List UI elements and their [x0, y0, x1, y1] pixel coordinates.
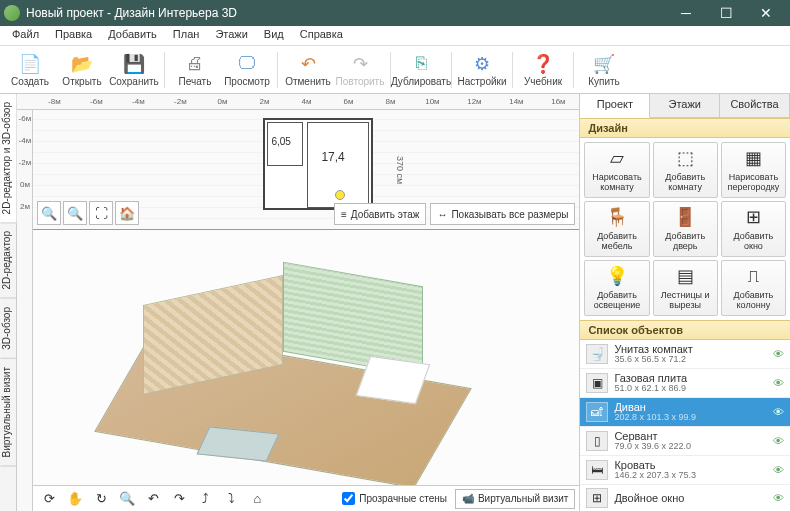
objects-list[interactable]: 🚽Унитаз компакт35.6 x 56.5 x 71.2👁▣Газов…	[580, 340, 790, 511]
add-room-button[interactable]: ⬚Добавитькомнату	[653, 142, 718, 198]
open-button[interactable]: 📂Открыть	[56, 48, 108, 92]
object-item[interactable]: ▣Газовая плита51.0 x 62.1 x 86.9👁	[580, 369, 790, 398]
draw-partition-icon: ▦	[741, 147, 765, 171]
right-tab-Свойства[interactable]: Свойства	[720, 94, 790, 117]
object-item[interactable]: 🛏Кровать146.2 x 207.3 x 75.3👁	[580, 456, 790, 485]
undo-button[interactable]: ↶Отменить	[282, 48, 334, 92]
add-window-icon: ⊞	[741, 206, 765, 230]
add-door-button[interactable]: 🚪Добавитьдверь	[653, 201, 718, 257]
zoom-in-button[interactable]: 🔍	[63, 201, 87, 225]
redo-icon: ↷	[349, 53, 371, 75]
zoom-out-button[interactable]: 🔍	[37, 201, 61, 225]
draw-partition-button[interactable]: ▦Нарисоватьперегородку	[721, 142, 786, 198]
visibility-icon[interactable]: 👁	[773, 464, 784, 476]
view-tab-1[interactable]: 2D-редактор	[0, 223, 16, 299]
preview-icon: 🖵	[236, 53, 258, 75]
right-tabs: ПроектЭтажиСвойства	[580, 94, 790, 118]
visibility-icon[interactable]: 👁	[773, 435, 784, 447]
menu-Правка[interactable]: Правка	[47, 26, 100, 45]
save-button[interactable]: 💾Сохранить	[108, 48, 160, 92]
object-dimensions: 202.8 x 101.3 x 99.9	[614, 413, 767, 423]
menu-Вид[interactable]: Вид	[256, 26, 292, 45]
menu-Справка[interactable]: Справка	[292, 26, 351, 45]
left-view-tabs: 2D-редактор и 3D-обзор2D-редактор3D-обзо…	[0, 94, 17, 511]
dimension-label: 370 см	[395, 156, 405, 184]
add-floor-button[interactable]: ≡ Добавить этаж	[334, 203, 426, 225]
object-icon: 🚽	[586, 344, 608, 364]
object-name: Двойное окно	[614, 492, 767, 504]
object-item[interactable]: ▯Сервант79.0 x 39.6 x 222.0👁	[580, 427, 790, 456]
visibility-icon[interactable]: 👁	[773, 492, 784, 504]
preview-button[interactable]: 🖵Просмотр	[221, 48, 273, 92]
menubar: ФайлПравкаДобавитьПланЭтажиВидСправка	[0, 26, 790, 46]
add-furniture-button[interactable]: 🪑Добавитьмебель	[584, 201, 649, 257]
tilt-down-button[interactable]: ⤵	[219, 489, 243, 509]
pan-button[interactable]: ✋	[63, 489, 87, 509]
minimize-button[interactable]: ─	[666, 0, 706, 26]
room-area-1: 6,05	[271, 136, 290, 147]
right-tab-Проект[interactable]: Проект	[580, 94, 650, 118]
design-section-header: Дизайн	[580, 118, 790, 138]
new-button[interactable]: 📄Создать	[4, 48, 56, 92]
object-icon: ⊞	[586, 488, 608, 508]
undo-icon: ↶	[297, 53, 319, 75]
view-tab-2[interactable]: 3D-обзор	[0, 299, 16, 359]
add-window-button[interactable]: ⊞Добавитьокно	[721, 201, 786, 257]
tilt-up-button[interactable]: ⤴	[193, 489, 217, 509]
menu-Этажи[interactable]: Этажи	[207, 26, 255, 45]
stairs-button[interactable]: ▤Лестницы ивырезы	[653, 260, 718, 316]
2d-view[interactable]: 6,05 17,4 370 см 🔍 🔍 ⛶ 🏠 ≡	[33, 110, 579, 230]
objects-section-header: Список объектов	[580, 320, 790, 340]
visibility-icon[interactable]: 👁	[773, 406, 784, 418]
rotate-right-button[interactable]: ↷	[167, 489, 191, 509]
draw-room-icon: ▱	[605, 147, 629, 171]
add-lighting-button[interactable]: 💡Добавитьосвещение	[584, 260, 649, 316]
view-tab-0[interactable]: 2D-редактор и 3D-обзор	[0, 94, 16, 223]
view-tab-3[interactable]: Виртуальный визит	[0, 359, 16, 467]
object-dimensions: 51.0 x 62.1 x 86.9	[614, 384, 767, 394]
floor-plan[interactable]: 6,05 17,4 370 см	[263, 118, 373, 210]
3d-view[interactable]	[33, 230, 579, 485]
reset-view-button[interactable]: ⌂	[245, 489, 269, 509]
menu-План[interactable]: План	[165, 26, 208, 45]
view-360-button[interactable]: ⟳	[37, 489, 61, 509]
home-button[interactable]: 🏠	[115, 201, 139, 225]
menu-Файл[interactable]: Файл	[4, 26, 47, 45]
redo-button: ↷Повторить	[334, 48, 386, 92]
object-item[interactable]: ⊞Двойное окно👁	[580, 485, 790, 511]
settings-button[interactable]: ⚙Настройки	[456, 48, 508, 92]
virtual-visit-button[interactable]: 📹 Виртуальный визит	[455, 489, 576, 509]
maximize-button[interactable]: ☐	[706, 0, 746, 26]
zoom-3d-button[interactable]: 🔍	[115, 489, 139, 509]
print-button[interactable]: 🖨Печать	[169, 48, 221, 92]
close-button[interactable]: ✕	[746, 0, 786, 26]
menu-Добавить[interactable]: Добавить	[100, 26, 165, 45]
rotate-left-button[interactable]: ↶	[141, 489, 165, 509]
show-dims-button[interactable]: ↔ Показывать все размеры	[430, 203, 575, 225]
dup-icon: ⎘	[410, 53, 432, 75]
add-column-icon: ⎍	[741, 265, 765, 289]
dup-button[interactable]: ⎘Дублировать	[395, 48, 447, 92]
object-icon: 🛏	[586, 460, 608, 480]
help-button[interactable]: ❓Учебник	[517, 48, 569, 92]
add-column-button[interactable]: ⎍Добавитьколонну	[721, 260, 786, 316]
add-lighting-icon: 💡	[605, 265, 629, 289]
object-dimensions: 79.0 x 39.6 x 222.0	[614, 442, 767, 452]
visibility-icon[interactable]: 👁	[773, 377, 784, 389]
ruler-vertical: -6м-4м-2м0м2м	[17, 110, 33, 511]
object-icon: ▯	[586, 431, 608, 451]
help-icon: ❓	[532, 53, 554, 75]
transparent-walls-checkbox[interactable]: Прозрачные стены	[342, 492, 447, 505]
zoom-fit-button[interactable]: ⛶	[89, 201, 113, 225]
draw-room-button[interactable]: ▱Нарисоватькомнату	[584, 142, 649, 198]
right-tab-Этажи[interactable]: Этажи	[650, 94, 720, 117]
3d-toolbar: ⟳ ✋ ↻ 🔍 ↶ ↷ ⤴ ⤵ ⌂ Прозрачные стены 📹	[33, 485, 579, 511]
visibility-icon[interactable]: 👁	[773, 348, 784, 360]
add-furniture-icon: 🪑	[605, 206, 629, 230]
orbit-button[interactable]: ↻	[89, 489, 113, 509]
print-icon: 🖨	[184, 53, 206, 75]
save-icon: 💾	[123, 53, 145, 75]
buy-button[interactable]: 🛒Купить	[578, 48, 630, 92]
object-item[interactable]: 🚽Унитаз компакт35.6 x 56.5 x 71.2👁	[580, 340, 790, 369]
object-item[interactable]: 🛋Диван202.8 x 101.3 x 99.9👁	[580, 398, 790, 427]
